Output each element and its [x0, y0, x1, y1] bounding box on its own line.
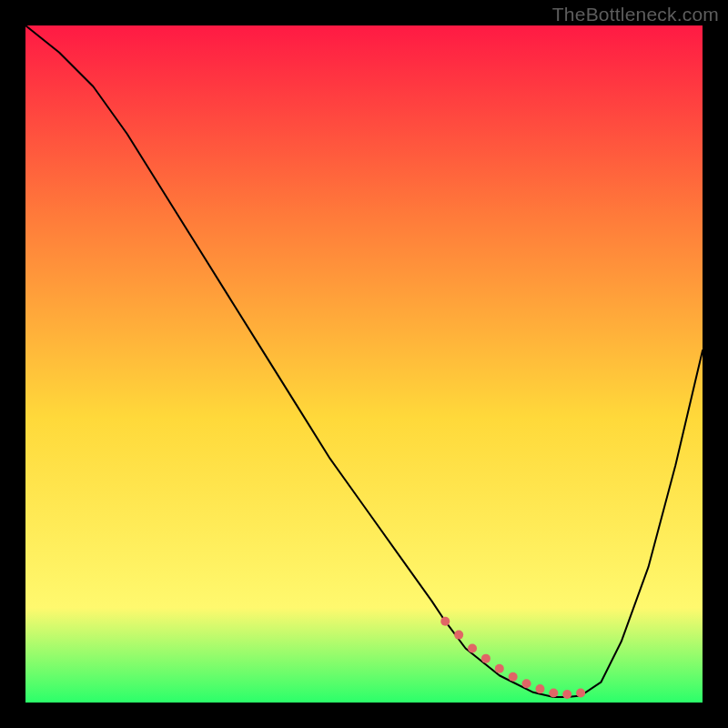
- highlight-dot: [481, 654, 490, 663]
- highlight-dot: [495, 664, 504, 673]
- chart-svg: [25, 25, 703, 703]
- highlight-dot: [522, 679, 531, 688]
- highlight-dot: [468, 643, 477, 652]
- plot-area: [25, 25, 703, 703]
- highlight-dot: [535, 684, 544, 693]
- highlight-dot: [509, 672, 518, 682]
- highlight-dot: [454, 631, 463, 640]
- watermark-text: TheBottleneck.com: [552, 4, 719, 25]
- highlight-dot: [549, 689, 558, 698]
- highlight-dot: [562, 690, 571, 699]
- gradient-bg: [25, 25, 703, 703]
- highlight-dot: [576, 689, 585, 698]
- chart-frame: TheBottleneck.com: [0, 0, 728, 728]
- highlight-dot: [440, 617, 450, 626]
